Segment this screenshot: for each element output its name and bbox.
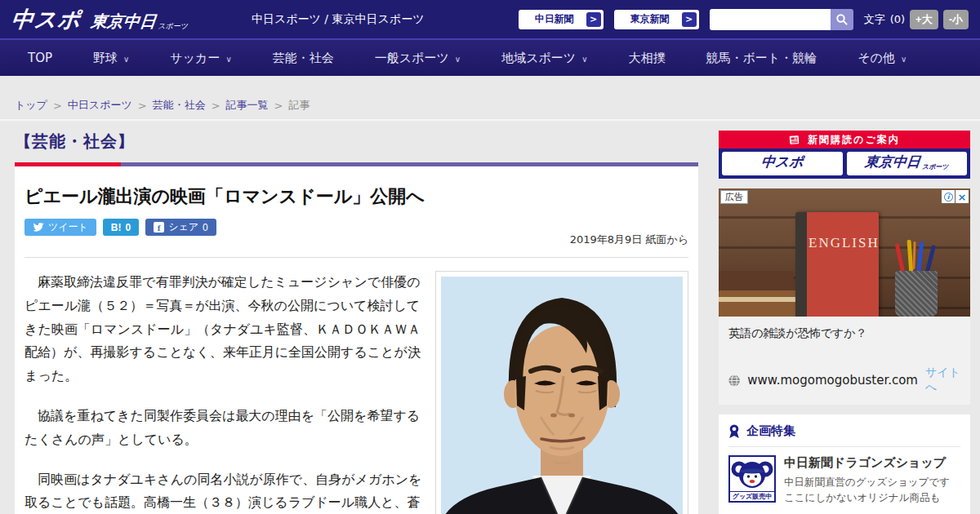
ribbon-icon [728, 424, 740, 439]
feature-widget: 企画特集 [719, 414, 970, 514]
hatena-bookmark-button[interactable]: B! 0 [103, 219, 139, 236]
breadcrumb-article: 記事 [288, 98, 310, 113]
divider-purple-segment [121, 162, 698, 166]
nav-item-soccer[interactable]: サッカー∨ [149, 51, 252, 66]
newspaper-icon [789, 135, 802, 145]
chuspo-paper-button[interactable]: 中スポ [722, 152, 843, 175]
chuspo-logo-text: 中スポ [760, 153, 804, 171]
facebook-share-label: シェア [168, 220, 198, 234]
feature-item-desc-1: 中日新聞直営のグッズショップです [784, 474, 950, 490]
breadcrumb-separator: > [212, 100, 220, 112]
nav-item-general-sports[interactable]: 一般スポーツ∨ [354, 51, 481, 66]
divider-red-segment [15, 162, 121, 166]
article-body: 麻薬取締法違反罪で有罪判決が確定したミュージシャンで俳優のピエール瀧（５２）＝写… [24, 258, 688, 514]
chevron-down-icon: ∨ [225, 55, 231, 64]
logo-sub-text: 東京中日 [90, 11, 158, 34]
paragraph: 麻薬取締法違反罪で有罪判決が確定したミュージシャンで俳優のピエール瀧（５２）＝写… [24, 271, 422, 388]
nav-item-sumo[interactable]: 大相撲 [608, 51, 686, 66]
search-input[interactable] [710, 9, 831, 30]
feature-item[interactable]: グッズ販売中 中日新聞ドラゴンズショップ 中日新聞直営のグッズショップです ここ… [728, 447, 960, 506]
ad-label: 広告 [720, 190, 748, 204]
site-logo[interactable]: 中スポ 東京中日 スポーツ [11, 5, 188, 34]
search-button[interactable] [831, 9, 853, 30]
font-smaller-button[interactable]: -小 [943, 10, 969, 29]
article-photo [435, 271, 688, 514]
subscription-banner-label: 新聞購読のご案内 [808, 133, 900, 147]
nav-item-regional-sports[interactable]: 地域スポーツ∨ [481, 51, 608, 66]
search-box [710, 9, 853, 30]
globe-icon [728, 373, 740, 388]
article-date: 2019年8月9日 紙面から [24, 233, 688, 258]
subscription-papers: 中スポ 東京中日 スポーツ [719, 148, 970, 179]
feature-item-text: 中日新聞ドラゴンズショップ 中日新聞直営のグッズショップです ここにしかないオリ… [784, 455, 950, 506]
nav-item-entertainment[interactable]: 芸能・社会 [252, 51, 354, 66]
chevron-right-icon: > [682, 12, 697, 27]
book-title-text: ENGLISH [808, 235, 879, 251]
mascot-caption: グッズ販売中 [730, 491, 774, 501]
ad-controls: i × [942, 190, 969, 203]
portrait-photo [441, 277, 683, 514]
chevron-down-icon: ∨ [581, 55, 587, 64]
breadcrumb-separator: > [274, 100, 283, 112]
page: 中スポ 東京中日 スポーツ 中日スポーツ / 東京中日スポーツ 中日新聞 > 東… [0, 0, 980, 514]
ad-widget[interactable]: 広告 i × ENGLISH 英語の雑談が恐怖ですか？ [719, 188, 970, 405]
breadcrumb-top[interactable]: トップ [15, 98, 47, 113]
nav-item-other[interactable]: その他∨ [837, 51, 927, 66]
ad-site-link[interactable]: サイトへ [925, 366, 960, 395]
main-nav: TOP 野球∨ サッカー∨ 芸能・社会 一般スポーツ∨ 地域スポーツ∨ 大相撲 … [0, 38, 980, 76]
english-book-graphic: ENGLISH [795, 212, 879, 317]
facebook-share-count: 0 [203, 222, 208, 233]
chevron-down-icon: ∨ [455, 55, 461, 64]
ad-headline: 英語の雑談が恐怖ですか？ [719, 317, 970, 341]
subscription-banner[interactable]: 新聞購読のご案内 [719, 131, 970, 148]
mascot-thumbnail: グッズ販売中 [728, 455, 776, 503]
breadcrumb-article-list[interactable]: 記事一覧 [226, 98, 269, 113]
nav-item-top[interactable]: TOP [28, 51, 73, 65]
ad-image: 広告 i × ENGLISH [719, 188, 970, 317]
feature-item-title: 中日新聞ドラゴンズショップ [784, 455, 950, 471]
hatena-count: 0 [126, 222, 131, 233]
site-names: 中日スポーツ / 東京中日スポーツ [252, 12, 425, 27]
pencil-graphic [912, 241, 915, 269]
nav-item-keiba[interactable]: 競馬・ボート・競輪 [686, 51, 838, 66]
tweet-label: ツイート [48, 220, 88, 234]
twitter-bird-icon [33, 222, 44, 233]
nav-item-baseball[interactable]: 野球∨ [73, 51, 149, 66]
sidebar: 新聞購読のご案内 中スポ 東京中日 スポーツ 広告 i × [719, 131, 970, 514]
tokyo-shimbun-button[interactable]: 東京新聞 > [614, 10, 699, 29]
facebook-share-button[interactable]: f シェア 0 [145, 219, 216, 236]
font-larger-button[interactable]: +大 [910, 10, 938, 29]
tokyo-chunichi-logo-small: スポーツ [922, 162, 949, 171]
article-text: 麻薬取締法違反罪で有罪判決が確定したミュージシャンで俳優のピエール瀧（５２）＝写… [24, 271, 422, 514]
tokyo-shimbun-label: 東京新聞 [630, 12, 670, 26]
feature-item-desc-2: ここにしかないオリジナル商品も [784, 490, 950, 505]
chevron-right-icon: > [586, 12, 601, 27]
search-icon [835, 13, 849, 26]
article-title: ピエール瀧出演の映画「ロマンスドール」公開へ [24, 184, 688, 209]
ad-close-button[interactable]: × [956, 190, 969, 203]
info-icon: i [944, 193, 953, 202]
tokyo-chunichi-paper-button[interactable]: 東京中日 スポーツ [847, 152, 968, 175]
top-header: 中スポ 東京中日 スポーツ 中日スポーツ / 東京中日スポーツ 中日新聞 > 東… [0, 0, 980, 38]
paragraph: 同映画はタナダユキさんの同名小説が原作で、自身がメガホンを取ることでも話題。高橋… [24, 468, 422, 514]
subscription-widget: 新聞購読のご案内 中スポ 東京中日 スポーツ [719, 131, 970, 179]
hatena-b-icon: B! [111, 222, 122, 233]
facebook-icon: f [154, 222, 164, 233]
tweet-button[interactable]: ツイート [24, 219, 96, 236]
font-size-count: (0) [890, 13, 905, 25]
paragraph: 協議を重ねてきた同製作委員会は最大の理由を「公開を希望するたくさんの声」としてい… [24, 405, 422, 452]
breadcrumb-entertainment[interactable]: 芸能・社会 [153, 98, 206, 113]
chevron-down-icon: ∨ [123, 55, 129, 64]
chunichi-shimbun-label: 中日新聞 [535, 12, 574, 26]
chunichi-shimbun-button[interactable]: 中日新聞 > [519, 10, 604, 29]
article-card: ピエール瀧出演の映画「ロマンスドール」公開へ ツイート B! 0 f シェア 0 [15, 166, 698, 514]
category-heading: 【芸能・社会】 [15, 131, 698, 153]
main-column: 【芸能・社会】 ピエール瀧出演の映画「ロマンスドール」公開へ ツイート B! 0 [15, 131, 698, 514]
ad-info-button[interactable]: i [942, 190, 955, 203]
breadcrumb-separator: > [138, 100, 147, 112]
feature-heading: 企画特集 [746, 423, 795, 439]
tokyo-chunichi-logo-text: 東京中日 [864, 153, 921, 171]
header-actions: 中日新聞 > 東京新聞 > 文字 (0) +大 -小 [519, 9, 969, 30]
breadcrumb: トップ > 中日スポーツ > 芸能・社会 > 記事一覧 > 記事 [0, 91, 980, 121]
breadcrumb-chunichi-sports[interactable]: 中日スポーツ [68, 98, 132, 113]
